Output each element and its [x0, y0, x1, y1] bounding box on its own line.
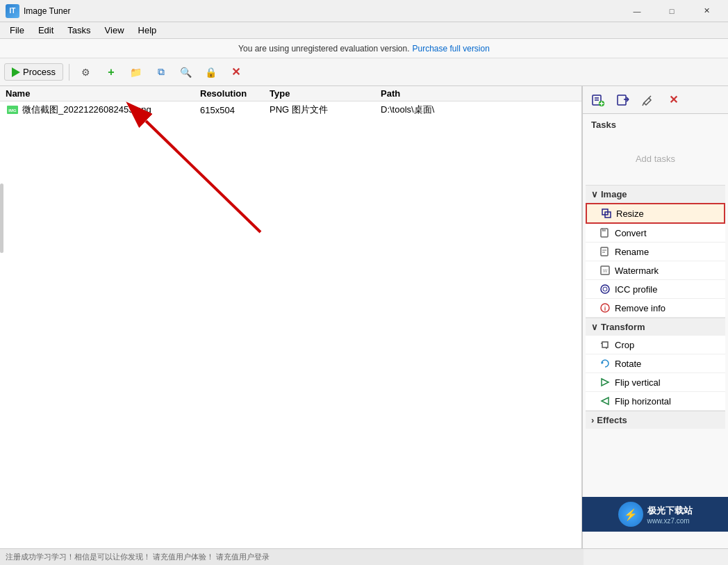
- svg-point-27: [603, 287, 607, 291]
- task-rotate[interactable]: Rotate: [586, 354, 725, 373]
- close-button[interactable]: ✕: [690, 0, 722, 22]
- svg-rect-10: [618, 95, 626, 105]
- tasks-label: Tasks: [586, 117, 725, 133]
- svg-rect-21: [601, 247, 608, 256]
- category-transform[interactable]: ∨ Transform: [586, 318, 725, 336]
- resize-icon: [601, 208, 612, 219]
- remove-info-icon: i: [599, 302, 611, 313]
- file-list: IMG 微信截图_20221226082453.png 615x504 PNG …: [0, 101, 581, 548]
- menu-tasks[interactable]: Tasks: [60, 24, 97, 37]
- icc-icon: [599, 284, 611, 295]
- chevron-down-icon: ∨: [591, 189, 598, 199]
- right-toolbar: ✕: [583, 86, 728, 114]
- add-task-button[interactable]: [587, 89, 609, 111]
- task-resize[interactable]: Resize: [586, 203, 725, 224]
- add-tasks-placeholder: Add tasks: [586, 133, 725, 185]
- bottom-message: 注册成功学习学习！相信是可以让你发现！ 请充值用户体验！ 请充值用户登录: [6, 552, 270, 562]
- search-icon: 🔍: [180, 67, 192, 78]
- main-layout: Name Resolution Type Path IMG 微信截图_20221…: [0, 86, 728, 548]
- settings-button[interactable]: ⚙: [75, 61, 97, 83]
- svg-point-26: [601, 285, 609, 293]
- left-indicator: [0, 183, 3, 253]
- app-icon: IT: [6, 4, 19, 18]
- tasks-area: Tasks Add tasks ∨ Image Resize: [583, 114, 728, 548]
- chevron-right-icon-effects: ›: [591, 415, 594, 425]
- menu-edit[interactable]: Edit: [31, 24, 60, 37]
- menu-help[interactable]: Help: [131, 24, 164, 37]
- file-type: PNG 图片文件: [270, 104, 381, 116]
- svg-text:IMG: IMG: [8, 108, 17, 113]
- col-header-name: Name: [6, 88, 200, 99]
- x-red-icon: ✕: [231, 65, 240, 79]
- lock-button[interactable]: 🔒: [200, 61, 222, 83]
- file-resolution: 615x504: [200, 105, 270, 115]
- rename-icon: [599, 246, 611, 257]
- col-header-resolution: Resolution: [200, 88, 270, 99]
- task-flip-vertical[interactable]: Flip vertical: [586, 373, 725, 392]
- search-button[interactable]: 🔍: [175, 61, 197, 83]
- svg-marker-34: [602, 379, 609, 386]
- category-image[interactable]: ∨ Image: [586, 185, 725, 203]
- add-folder-button[interactable]: 📁: [125, 61, 147, 83]
- task-watermark[interactable]: W Watermark: [586, 261, 725, 280]
- file-list-header: Name Resolution Type Path: [0, 86, 581, 101]
- bottom-bar: 注册成功学习学习！相信是可以让你发现！ 请充值用户体验！ 请充值用户登录: [0, 548, 584, 565]
- delete-task-button[interactable]: ✕: [662, 89, 684, 111]
- add-file-button[interactable]: +: [100, 61, 122, 83]
- toolbar: Process ⚙ + 📁 ⧉ 🔍 🔒 ✕: [0, 58, 728, 86]
- task-rename[interactable]: Rename: [586, 243, 725, 261]
- flip-vertical-icon: [599, 377, 611, 388]
- table-row[interactable]: IMG 微信截图_20221226082453.png 615x504 PNG …: [0, 101, 581, 118]
- svg-line-15: [643, 103, 644, 106]
- menu-file[interactable]: File: [3, 24, 31, 37]
- chevron-down-icon-transform: ∨: [591, 322, 598, 332]
- watermark-site-url: www.xz7.com: [647, 517, 693, 525]
- plus-icon: +: [108, 66, 114, 79]
- edit-task-button[interactable]: [637, 89, 659, 111]
- col-header-type: Type: [270, 88, 381, 99]
- maximize-button[interactable]: □: [656, 0, 688, 22]
- convert-icon: [599, 227, 611, 238]
- title-bar: IT Image Tuner — □ ✕: [0, 0, 728, 22]
- rotate-icon: [599, 358, 611, 369]
- export-icon: [617, 94, 629, 106]
- lock-icon: 🔒: [205, 67, 217, 78]
- task-remove-info[interactable]: i Remove info: [586, 299, 725, 318]
- svg-line-14: [649, 96, 651, 98]
- svg-marker-35: [602, 398, 609, 404]
- svg-text:i: i: [604, 305, 606, 312]
- export-task-button[interactable]: [612, 89, 634, 111]
- watermark-area: ⚡ 极光下载站 www.xz7.com: [582, 497, 728, 532]
- copy-button[interactable]: ⧉: [150, 61, 172, 83]
- task-flip-horizontal[interactable]: Flip horizontal: [586, 392, 725, 411]
- process-button[interactable]: Process: [4, 63, 63, 81]
- svg-marker-20: [603, 229, 606, 231]
- flip-horizontal-icon: [599, 395, 611, 407]
- menu-bar: File Edit Tasks View Help: [0, 22, 728, 39]
- watermark-site-name: 极光下载站: [647, 505, 693, 517]
- category-effects[interactable]: › Effects: [586, 411, 725, 429]
- menu-view[interactable]: View: [98, 24, 131, 37]
- watermark-icon: W: [599, 265, 611, 276]
- minimize-button[interactable]: —: [621, 0, 653, 22]
- add-task-icon: [592, 94, 604, 106]
- notif-message: You are using unregistered evaluation ve…: [238, 44, 409, 54]
- folder-icon: 📁: [130, 67, 142, 78]
- task-convert[interactable]: Convert: [586, 224, 725, 243]
- col-header-path: Path: [381, 88, 576, 99]
- right-panel: ✕ Tasks Add tasks ∨ Image Resize: [582, 86, 728, 548]
- copy-icon: ⧉: [158, 66, 165, 78]
- window-controls: — □ ✕: [621, 0, 722, 22]
- crop-icon: [599, 339, 611, 350]
- gear-icon: ⚙: [81, 67, 90, 78]
- svg-marker-33: [602, 361, 604, 364]
- left-panel: Name Resolution Type Path IMG 微信截图_20221…: [0, 86, 582, 548]
- file-name: 微信截图_20221226082453.png: [22, 104, 151, 116]
- remove-button[interactable]: ✕: [225, 61, 247, 83]
- watermark-logo: ⚡: [618, 502, 643, 527]
- task-icc-profile[interactable]: ICC profile: [586, 280, 725, 299]
- task-crop[interactable]: Crop: [586, 336, 725, 354]
- delete-icon: ✕: [669, 93, 678, 106]
- purchase-link[interactable]: Purchase full version: [413, 44, 490, 54]
- edit-icon: [642, 94, 654, 106]
